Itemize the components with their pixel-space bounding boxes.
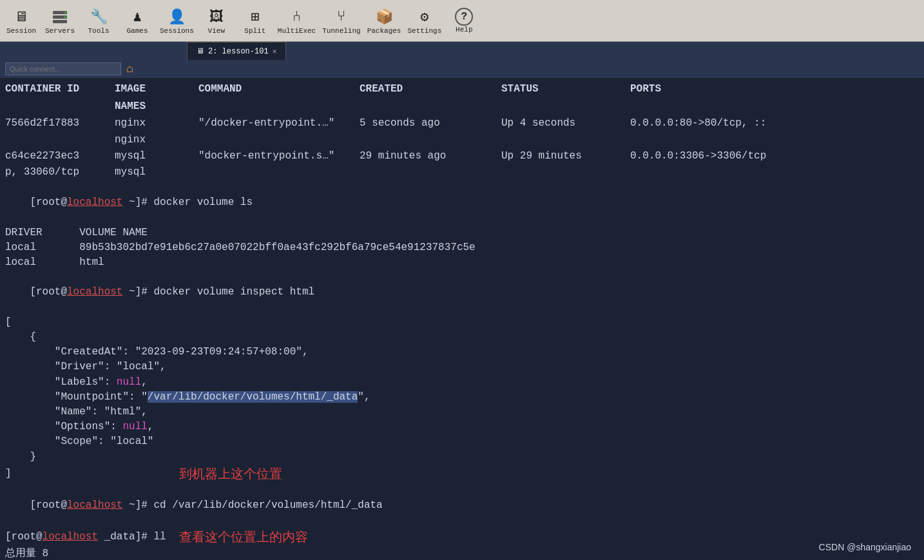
- toolbar-tunneling[interactable]: ⑂ Tunneling: [322, 6, 360, 35]
- command-1: "/docker-entrypoint.…": [198, 116, 360, 131]
- toolbar-servers[interactable]: Servers: [44, 6, 76, 35]
- table-row-2: c64ce2273ec3 mysql "docker-entrypoint.s……: [5, 148, 919, 164]
- total-line: 总用量 8: [5, 546, 919, 560]
- svg-point-3: [64, 12, 66, 14]
- header-image: IMAGE: [115, 82, 198, 97]
- quickbar: ⌂: [0, 60, 924, 78]
- terminal[interactable]: CONTAINER ID IMAGE COMMAND CREATED STATU…: [0, 78, 924, 560]
- json-open: [: [5, 315, 919, 330]
- annotation-2: 查看这个位置上的内容: [179, 528, 308, 546]
- toolbar-multiexec[interactable]: ⑃ MultiExec: [278, 6, 316, 35]
- svg-rect-2: [53, 20, 67, 23]
- json-open2: {: [5, 330, 919, 345]
- tab-label: 2: lesson-101: [208, 47, 269, 56]
- volume-row-1: local 89b53b302bd7e91eb6c27a0e07022bff0a…: [5, 240, 919, 255]
- svg-point-4: [64, 16, 66, 18]
- table-row-1b: nginx: [5, 132, 919, 148]
- table-row-2b: p, 33060/tcp mysql: [5, 164, 919, 180]
- settings-icon: ⚙: [414, 6, 435, 27]
- status-1: Up 4 seconds: [501, 116, 630, 131]
- toolbar-games[interactable]: ♟ Games: [121, 6, 153, 35]
- header-command: COMMAND: [198, 82, 360, 97]
- active-tab[interactable]: 🖥 2: lesson-101 ✕: [187, 42, 286, 60]
- json-name: "Name": "html",: [5, 405, 919, 420]
- status-2: Up 29 minutes: [501, 149, 630, 164]
- header-status: STATUS: [501, 82, 630, 97]
- header-container-id: CONTAINER ID: [5, 82, 115, 97]
- toolbar-sessions[interactable]: 👤 Sessions: [160, 6, 194, 35]
- tabbar: 🖥 2: lesson-101 ✕: [0, 42, 924, 60]
- json-driver: "Driver": "local",: [5, 360, 919, 374]
- image-1b: nginx: [115, 133, 198, 148]
- toolbar-settings[interactable]: ⚙ Settings: [407, 6, 441, 35]
- command-2: "docker-entrypoint.s…": [198, 149, 360, 164]
- tunneling-icon: ⑂: [331, 6, 352, 27]
- sessions-icon: 👤: [166, 6, 187, 27]
- header-names: NAMES: [115, 99, 198, 114]
- tab-close-button[interactable]: ✕: [273, 47, 277, 55]
- table-header-names: NAMES: [5, 98, 919, 115]
- watermark: CSDN @shangxianjiao: [819, 541, 911, 554]
- ports-2: 0.0.0.0:3306->3306/tcp: [630, 149, 836, 164]
- toolbar-help[interactable]: ? Help: [448, 8, 480, 34]
- annotation-1: 到机器上这个位置: [179, 465, 282, 483]
- container-id-1: 7566d2f17883: [5, 116, 115, 131]
- inspect-cmd-line: [root@localhost ~]# docker volume inspec…: [5, 270, 919, 315]
- header-container-id-2: [5, 99, 115, 114]
- toolbar-split[interactable]: ⊞ Split: [239, 6, 271, 35]
- toolbar-tools[interactable]: 🔧 Tools: [82, 6, 115, 35]
- json-scope: "Scope": "local": [5, 434, 919, 449]
- json-options: "Options": null,: [5, 420, 919, 434]
- table-header: CONTAINER ID IMAGE COMMAND CREATED STATU…: [5, 81, 919, 98]
- ports-1: 0.0.0.0:80->80/tcp, ::: [630, 116, 836, 131]
- toolbar-view[interactable]: 🖼 View: [200, 6, 233, 35]
- split-icon: ⊞: [245, 6, 265, 27]
- json-labels: "Labels": null,: [5, 375, 919, 390]
- image-1: nginx: [115, 116, 198, 131]
- created-1: 5 seconds ago: [360, 116, 501, 131]
- json-close-annotation: ] 到机器上这个位置: [5, 465, 919, 483]
- help-icon: ?: [455, 8, 473, 26]
- toolbar: 🖥 Session Servers 🔧 Tools ♟ Games 👤 Sess…: [0, 0, 924, 42]
- container-id-2: c64ce2273ec3: [5, 149, 115, 164]
- quick-connect-input[interactable]: [5, 63, 121, 75]
- prompt-line-1: [root@localhost ~]# docker volume ls: [5, 180, 919, 226]
- image-2: mysql: [115, 149, 198, 164]
- toolbar-packages[interactable]: 📦 Packages: [367, 6, 401, 35]
- tab-icon: 🖥: [197, 46, 204, 56]
- home-icon[interactable]: ⌂: [126, 63, 133, 75]
- json-close: }: [5, 450, 919, 465]
- json-mountpoint: "Mountpoint": "/var/lib/docker/volumes/h…: [5, 390, 919, 405]
- table-row: 7566d2f17883 nginx "/docker-entrypoint.……: [5, 115, 919, 131]
- created-2: 29 minutes ago: [360, 149, 501, 164]
- ll-annotation-line: [root@localhost _data]# ll 查看这个位置上的内容: [5, 528, 919, 546]
- games-icon: ♟: [127, 6, 148, 27]
- view-icon: 🖼: [206, 6, 227, 27]
- volume-header: DRIVER VOLUME NAME: [5, 226, 919, 240]
- multiexec-icon: ⑃: [287, 6, 307, 27]
- volume-row-2: local html: [5, 255, 919, 270]
- toolbar-session[interactable]: 🖥 Session: [5, 6, 37, 35]
- image-2b: mysql: [115, 165, 198, 180]
- servers-icon: [50, 6, 70, 27]
- header-created: CREATED: [360, 82, 501, 97]
- json-createdat: "CreatedAt": "2023-09-23T09:24:57+08:00"…: [5, 345, 919, 360]
- cd-cmd-line: [root@localhost ~]# cd /var/lib/docker/v…: [5, 483, 919, 528]
- session-icon: 🖥: [11, 6, 32, 27]
- header-ports: PORTS: [630, 82, 836, 97]
- tools-icon: 🔧: [88, 6, 109, 27]
- packages-icon: 📦: [374, 6, 394, 27]
